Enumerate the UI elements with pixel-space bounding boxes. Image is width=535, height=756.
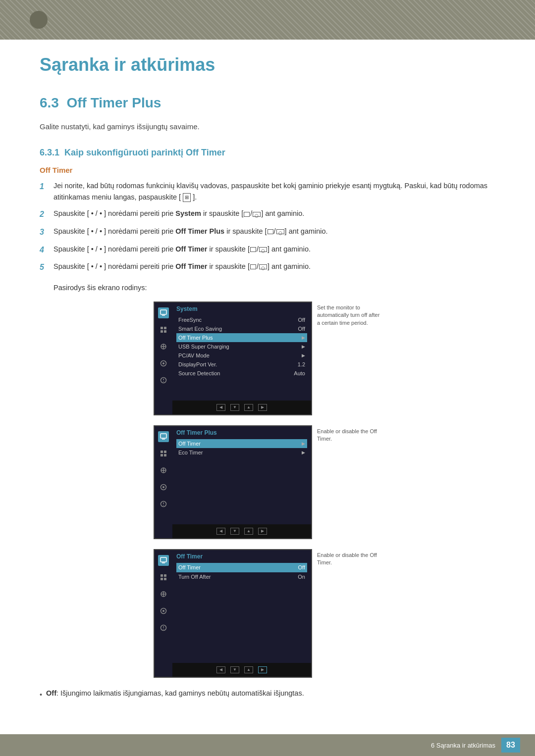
- screen3-monitor: Off Timer Off Timer ✓ Off Turn Off After…: [154, 549, 312, 678]
- nav-btn-2-down: ▼: [230, 528, 239, 535]
- bullet-text: Off: Išjungimo laikmatis išjungiamas, ka…: [46, 688, 304, 699]
- nav-btn-3-left: ◀: [216, 666, 225, 673]
- svg-rect-0: [160, 310, 166, 314]
- nav-btn-3-down: ▼: [230, 666, 239, 673]
- sidebar-icon-s2-5: [158, 499, 169, 509]
- step-2: 2 Spauskite [ • / • ] norėdami pereiti p…: [40, 208, 495, 221]
- sidebar-icon-4: [158, 358, 169, 369]
- svg-point-41: [163, 628, 164, 629]
- subsection-heading: 6.3.1 Kaip sukonfigūruoti parinktį Off T…: [40, 148, 495, 158]
- menu-title-3: Off Timer: [176, 553, 307, 560]
- svg-rect-4: [160, 330, 163, 333]
- menu-title-2: Off Timer Plus: [176, 429, 307, 436]
- step-1: 1 Jei norite, kad būtų rodomas funkcinių…: [40, 180, 495, 203]
- svg-point-24: [162, 486, 164, 488]
- menu-item-freesync: FreeSyncOff: [176, 315, 307, 324]
- sidebar-icon-3: [158, 341, 169, 352]
- monitor-sidebar-3: [155, 550, 172, 662]
- nav-btn-right: ▶: [258, 404, 267, 411]
- step-5: 5 Spauskite [ • / • ] norėdami pereiti p…: [40, 261, 495, 274]
- svg-rect-31: [164, 574, 166, 577]
- intro-text: Galite nustatyti, kad gaminys išsijungtų…: [40, 121, 495, 133]
- menu-item-pcav-mode: PC/AV Mode▶: [176, 351, 307, 360]
- nav-btn-3-right: ▶: [258, 666, 267, 673]
- footer-text: 6 Sąranka ir atkūrimas: [431, 742, 495, 749]
- nav-btn-down: ▼: [230, 404, 239, 411]
- nav-btn-left: ◀: [216, 404, 225, 411]
- menu-item-off-timer-plus: Off Timer Plus▶: [176, 333, 307, 342]
- sidebar-icon-s3-1: [158, 555, 169, 566]
- nav-btn-2-left: ◀: [216, 528, 225, 535]
- svg-rect-14: [160, 434, 166, 438]
- monitor-nav-2: ◀ ▼ ▲ ▶: [172, 524, 311, 538]
- monitor-menu-1: System FreeSyncOff Smart Eco SavingOff O…: [172, 302, 311, 381]
- svg-rect-16: [160, 451, 163, 453]
- screen2-side-note: Enable or disable the Off Timer.: [317, 425, 381, 443]
- sidebar-icon-s2-1: [158, 431, 169, 442]
- svg-rect-5: [164, 330, 166, 333]
- nav-btn-enter: ▲: [244, 404, 253, 411]
- screens-container: System FreeSyncOff Smart Eco SavingOff O…: [40, 302, 495, 678]
- page-title: Sąranka ir atkūrimas: [40, 54, 495, 75]
- screen2-wrapper: Off Timer Plus Off Timer▶ Eco Timer▶ ◀ ▼…: [154, 425, 381, 539]
- svg-rect-2: [160, 327, 163, 329]
- check-icon: ✓: [292, 564, 296, 571]
- step-3: 3 Spauskite [ • / • ] norėdami pereiti p…: [40, 226, 495, 239]
- screen3-side-note: Enable or disable the Off Timer.: [317, 549, 381, 567]
- screen-preview-label: Pasirodys šis ekrano rodinys:: [54, 284, 495, 292]
- screen1-wrapper: System FreeSyncOff Smart Eco SavingOff O…: [154, 302, 381, 415]
- sidebar-icon-s2-3: [158, 465, 169, 476]
- menu-item-displayport: DisplayPort Ver.1.2: [176, 360, 307, 369]
- sidebar-icon-s3-3: [158, 589, 169, 600]
- menu-item-off-timer-inner: Off Timer ✓ Off: [176, 563, 307, 572]
- bullet-dot: •: [40, 689, 42, 701]
- monitor-sidebar-2: [155, 426, 172, 523]
- screen3-wrapper: Off Timer Off Timer ✓ Off Turn Off After…: [154, 549, 381, 678]
- page-footer: 6 Sąranka ir atkūrimas 83: [0, 734, 535, 756]
- bullet-list: • Off: Išjungimo laikmatis išjungiamas, …: [40, 688, 495, 701]
- svg-rect-32: [160, 578, 163, 580]
- sidebar-icon-5: [158, 375, 169, 386]
- svg-rect-19: [164, 454, 166, 456]
- svg-rect-17: [164, 451, 166, 453]
- nav-btn-3-enter: ▲: [244, 666, 253, 673]
- svg-point-27: [163, 504, 164, 505]
- menu-title-1: System: [176, 305, 307, 312]
- svg-rect-18: [160, 454, 163, 456]
- svg-rect-3: [164, 327, 166, 329]
- monitor-nav-3: ◀ ▼ ▲ ▶: [172, 663, 311, 677]
- off-timer-label: Off Timer: [40, 166, 495, 174]
- menu-item-eco-saving: Smart Eco SavingOff: [176, 324, 307, 333]
- menu-item-source-detection: Source DetectionAuto: [176, 369, 307, 378]
- svg-rect-30: [160, 574, 163, 577]
- monitor-menu-3: Off Timer Off Timer ✓ Off Turn Off After…: [172, 550, 311, 584]
- page-title-section: Sąranka ir atkūrimas: [0, 40, 535, 95]
- sidebar-icon-s2-2: [158, 448, 169, 459]
- footer-page-number: 83: [501, 738, 520, 753]
- menu-item-turn-off-after: Turn Off AfterOn: [176, 572, 307, 581]
- sidebar-icon-s3-2: [158, 572, 169, 583]
- bullet-item-off: • Off: Išjungimo laikmatis išjungiamas, …: [40, 688, 495, 701]
- svg-point-13: [163, 381, 164, 382]
- top-bar: [0, 0, 535, 40]
- section-heading: 6.3 Off Timer Plus: [40, 95, 495, 111]
- sidebar-icon-s3-5: [158, 622, 169, 633]
- monitor-nav-1: ◀ ▼ ▲ ▶: [172, 401, 311, 414]
- sidebar-icon-s3-4: [158, 605, 169, 616]
- main-content: 6.3 Off Timer Plus Galite nustatyti, kad…: [0, 95, 535, 734]
- nav-btn-2-enter: ▲: [244, 528, 253, 535]
- svg-rect-33: [164, 578, 166, 580]
- screen2-monitor: Off Timer Plus Off Timer▶ Eco Timer▶ ◀ ▼…: [154, 425, 312, 539]
- step-4: 4 Spauskite [ • / • ] norėdami pereiti p…: [40, 244, 495, 256]
- menu-item-eco-timer: Eco Timer▶: [176, 448, 307, 457]
- svg-point-38: [162, 610, 164, 612]
- nav-btn-2-right: ▶: [258, 528, 267, 535]
- sidebar-icon-2: [158, 324, 169, 335]
- menu-item-off-timer: Off Timer▶: [176, 439, 307, 448]
- sidebar-icon-1: [158, 307, 169, 318]
- steps-list: 1 Jei norite, kad būtų rodomas funkcinių…: [40, 180, 495, 274]
- svg-point-10: [162, 362, 164, 364]
- top-bar-circle: [30, 11, 48, 29]
- monitor-sidebar-1: [155, 302, 172, 400]
- sidebar-icon-s2-4: [158, 482, 169, 493]
